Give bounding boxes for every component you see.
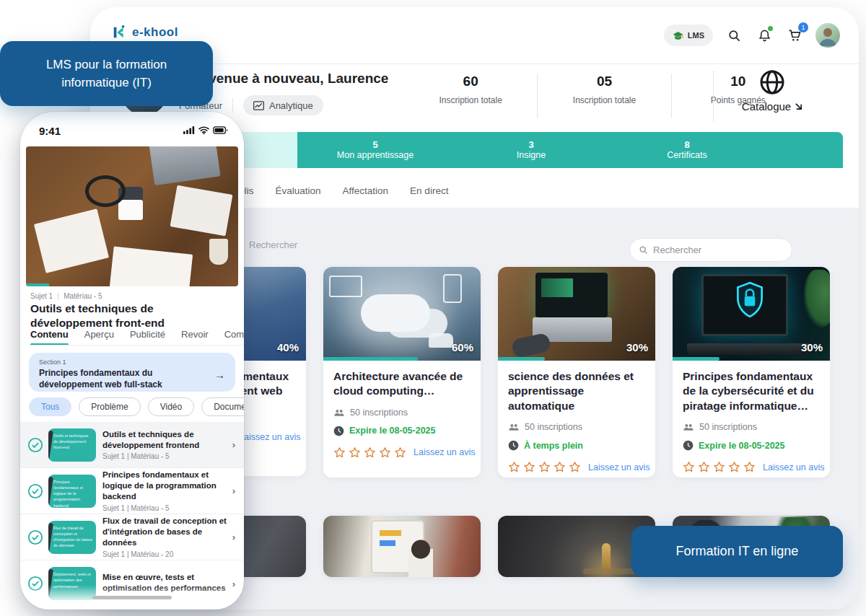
filter-video[interactable]: Vidéo <box>148 397 194 416</box>
star-icon[interactable] <box>569 461 581 473</box>
user-avatar[interactable] <box>815 23 840 48</box>
review-link[interactable]: Laissez un avis <box>588 462 650 472</box>
star-icon[interactable] <box>683 461 695 473</box>
stat-total-1: 60 Inscription totale <box>404 74 537 118</box>
catalogue-button[interactable]: Catalogue <box>725 69 819 113</box>
tab-certificats[interactable]: 8 Certificats <box>609 132 765 168</box>
progress-percent: 30% <box>801 341 823 353</box>
lms-switcher-pill[interactable]: LMS <box>664 25 713 46</box>
course-title: Principes fondamentaux de la cybersécuri… <box>683 369 820 413</box>
search-icon[interactable] <box>725 26 743 45</box>
app-logo[interactable]: e-khool <box>112 25 178 40</box>
star-icon[interactable] <box>713 461 725 473</box>
meta-divider <box>58 293 58 300</box>
badge-formation-it: Formation IT en ligne <box>631 526 843 577</box>
deadline-text: Expire le 08-05-2025 <box>349 426 436 436</box>
material-label: Matériau - 5 <box>64 292 102 300</box>
section-label: Section 1 <box>39 358 225 366</box>
wifi-icon <box>198 126 209 134</box>
tab-label: Insigne <box>517 150 546 161</box>
tab-count: 3 <box>528 139 533 150</box>
enrollment-row: 50 inscriptions <box>508 422 645 432</box>
clock-icon <box>683 440 694 451</box>
course-title: Architecture avancée de cloud computing… <box>333 369 471 399</box>
stat-label: Inscription totale <box>538 95 670 105</box>
lesson-item-frontend[interactable]: Outils et techniques de développement fr… <box>20 422 244 468</box>
stat-value: 05 <box>538 74 670 89</box>
badge-lms-formation: LMS pour la formation informatique (IT) <box>0 41 213 106</box>
notifications-bell-icon[interactable] <box>755 26 774 45</box>
tab-mon-apprentissage[interactable]: 5 Mon apprentissage <box>297 132 453 168</box>
review-link[interactable]: Laissez un avis <box>239 432 300 442</box>
course-image: 30% <box>498 267 655 361</box>
star-icon[interactable] <box>394 446 406 459</box>
lesson-meta: Sujet 1 | Matériau - 5 <box>102 504 229 512</box>
chevron-right-icon[interactable]: › <box>232 485 235 496</box>
section-card[interactable]: Section 1 Principes fondamentaux du déve… <box>29 353 235 392</box>
analytics-label: Analytique <box>269 100 313 111</box>
badge-text: LMS pour la formation informatique (IT) <box>22 56 191 92</box>
progress-percent: 60% <box>452 341 473 353</box>
rating-row: Laissez un avis <box>333 446 471 459</box>
globe-icon <box>725 69 819 95</box>
star-icon[interactable] <box>728 461 740 473</box>
subtab-en-direct[interactable]: En direct <box>410 185 448 196</box>
enrollment-count: 50 inscriptions <box>699 422 757 432</box>
home-indicator[interactable] <box>92 596 172 599</box>
star-icon[interactable] <box>743 461 756 473</box>
tab-apercu[interactable]: Aperçu <box>84 329 114 340</box>
filter-tous[interactable]: Tous <box>29 397 71 416</box>
tab-label: Mon apprentissage <box>337 150 414 161</box>
tab-publicite[interactable]: Publicité <box>130 329 165 340</box>
star-icon[interactable] <box>379 446 391 459</box>
course-card-cloud[interactable]: 60% Architecture avancée de cloud comput… <box>323 267 481 478</box>
tab-label: Certificats <box>667 150 707 161</box>
lesson-title: Flux de travail de conception et d'intég… <box>102 516 229 548</box>
tab-count: 8 <box>684 139 689 150</box>
course-card-cybersecurity[interactable]: 30% Principes fondamentaux de la cybersé… <box>673 267 830 478</box>
tab-insigne[interactable]: 3 Insigne <box>453 132 609 168</box>
cart-icon[interactable]: 1 <box>785 26 804 45</box>
chevron-right-icon[interactable]: › <box>232 532 235 542</box>
arrow-right-icon[interactable]: → <box>214 369 225 381</box>
course-search-input[interactable] <box>629 238 792 262</box>
lesson-text: Flux de travail de conception et d'intég… <box>102 516 229 558</box>
photo-progress-bar <box>26 283 49 286</box>
bottom-card-2[interactable] <box>323 516 481 577</box>
filter-probleme[interactable]: Problème <box>79 397 140 416</box>
stat-divider <box>713 71 714 121</box>
progress-bar <box>323 357 418 361</box>
star-icon[interactable] <box>554 461 566 473</box>
tab-contenu[interactable]: Contenu <box>30 329 69 340</box>
star-icon[interactable] <box>333 446 346 459</box>
analytics-button[interactable]: Analytique <box>243 95 323 115</box>
topbar-actions: LMS 1 <box>664 23 840 48</box>
tab-revoir[interactable]: Revoir <box>181 329 209 340</box>
star-icon[interactable] <box>364 446 376 459</box>
lesson-text: Principes fondamentaux et logique de la … <box>102 470 229 512</box>
subtab-affectation[interactable]: Affectation <box>343 185 389 196</box>
lesson-item-database[interactable]: Flux de travail de conception et d'intég… <box>20 514 244 560</box>
filter-documents[interactable]: Documents <box>201 397 244 416</box>
graduation-cap-icon <box>673 31 683 40</box>
search-field[interactable] <box>653 245 783 255</box>
review-link[interactable]: Laissez un avis <box>763 462 824 472</box>
rating-row: Laissez un avis <box>508 461 645 473</box>
tab-commentaires[interactable]: Commentaires <box>224 329 244 340</box>
catalogue-label: Catalogue <box>742 100 791 113</box>
star-icon[interactable] <box>349 446 361 459</box>
course-cover-photo <box>26 146 238 286</box>
enrollment-row: 50 inscriptions <box>333 408 471 418</box>
enrollment-row: 50 inscriptions <box>683 422 820 432</box>
star-icon[interactable] <box>508 461 520 473</box>
course-card-datascience[interactable]: 30% science des données et apprentissage… <box>498 267 655 478</box>
review-link[interactable]: Laissez un avis <box>414 447 475 457</box>
chevron-right-icon[interactable]: › <box>232 439 235 450</box>
star-icon[interactable] <box>538 461 551 473</box>
star-icon[interactable] <box>523 461 535 473</box>
lesson-item-backend[interactable]: Principes fondamentaux et logique de la … <box>20 468 244 514</box>
badge-text: Formation IT en ligne <box>676 544 799 559</box>
battery-icon <box>213 126 228 134</box>
subtab-evaluation[interactable]: Évaluation <box>276 185 321 196</box>
star-icon[interactable] <box>698 461 710 473</box>
